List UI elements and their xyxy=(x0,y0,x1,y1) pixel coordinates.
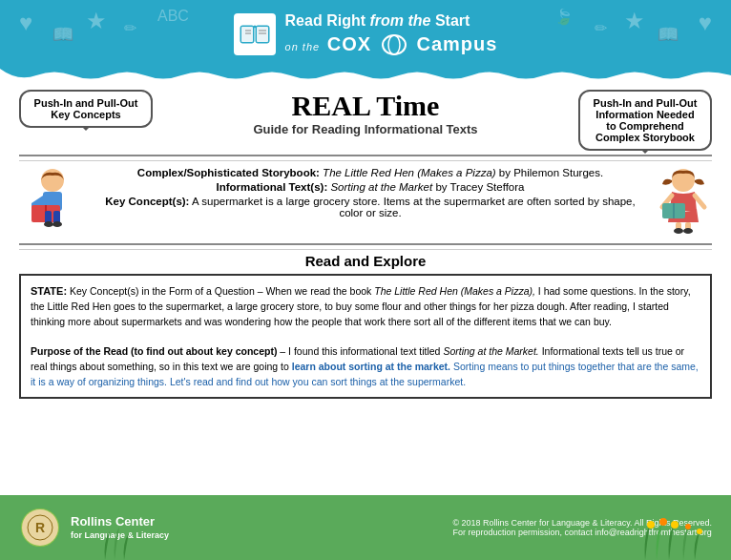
header-title-text: Read Right from the Start on the COX Cam… xyxy=(285,11,498,57)
deco-heart-icon: ♥ xyxy=(19,10,32,36)
svg-rect-3 xyxy=(257,27,268,42)
deco-pencil2-icon: ✏ xyxy=(595,19,607,37)
key-label: Key Concept(s): xyxy=(105,196,189,207)
purpose-text1: – I found this informational text titled xyxy=(277,345,443,357)
rollins-logo-icon: R xyxy=(26,513,54,542)
svg-point-9 xyxy=(388,35,400,54)
deco-abc-icon: ABC xyxy=(157,8,189,25)
deco-book2-icon: 📖 xyxy=(658,24,679,45)
svg-text:R: R xyxy=(35,520,45,535)
boy-illustration xyxy=(19,167,86,234)
callout-left: Push-In and Pull-Out Key Concepts xyxy=(19,90,153,128)
on-the-label: on the xyxy=(285,41,321,52)
footer-logo-circle: R xyxy=(19,507,61,549)
from-the-label: from the xyxy=(369,12,430,29)
footer-plants-left xyxy=(95,512,153,560)
middle-divider xyxy=(19,243,712,245)
deco-pencil-icon: ✏ xyxy=(124,19,136,37)
purpose-label: Purpose of the Read (to find out about k… xyxy=(31,345,277,357)
svg-point-33 xyxy=(697,529,702,534)
state-label: STATE: xyxy=(31,285,67,297)
svg-point-30 xyxy=(659,518,667,526)
complex-title: The Little Red Hen (Makes a Pizza) xyxy=(323,167,496,178)
page-subtitle: Guide for Reading Informational Texts xyxy=(162,122,569,136)
deco-leaf-icon: 🍃 xyxy=(554,8,574,26)
book-logo-icon xyxy=(234,13,276,55)
info-author: by Tracey Steffora xyxy=(435,181,524,193)
svg-point-25 xyxy=(674,228,683,234)
deco-star-icon: ★ xyxy=(86,8,107,34)
key-text: A supermarket is a large grocery store. … xyxy=(192,196,636,218)
header-wave xyxy=(0,69,731,82)
state-text1: Key Concept(s) in the Form of a Question… xyxy=(70,285,374,297)
top-section: Push-In and Pull-Out Key Concepts REAL T… xyxy=(19,90,712,151)
info-title: Sorting at the Market xyxy=(330,181,432,193)
svg-point-32 xyxy=(685,524,691,529)
info-text-line: Informational Text(s): Sorting at the Ma… xyxy=(94,181,647,193)
state-book: The Little Red Hen (Makes a Pizza), xyxy=(374,285,535,297)
key-concept-line: Key Concept(s): A supermarket is a large… xyxy=(94,196,647,218)
header: ♥ 📖 ★ ✏ ABC ♥ 📖 ★ ✏ 🍃 Read Right from t xyxy=(0,0,731,69)
svg-rect-2 xyxy=(241,27,253,42)
campus-label: Campus xyxy=(417,33,498,54)
book-info-text-area: Complex/Sophisticated Storybook: The Lit… xyxy=(86,167,655,221)
callout-left-text: Push-In and Pull-Out Key Concepts xyxy=(34,97,138,120)
main-content: Push-In and Pull-Out Key Concepts REAL T… xyxy=(0,82,731,408)
svg-point-29 xyxy=(647,521,655,529)
girl-reading-icon xyxy=(655,167,712,234)
svg-line-20 xyxy=(695,196,704,207)
state-box: STATE: Key Concept(s) in the Form of a Q… xyxy=(19,274,712,399)
footer: R Rollins Center for Language & Literacy… xyxy=(0,495,731,560)
callout-right: Push-In and Pull-Out Information Needed … xyxy=(578,90,712,151)
purpose-paragraph: Purpose of the Read (to find out about k… xyxy=(31,344,700,389)
info-label: Informational Text(s): xyxy=(217,181,328,193)
purpose-blue-text: learn about sorting at the market. xyxy=(292,361,450,372)
read-explore-section: Read and Explore STATE: Key Concept(s) i… xyxy=(19,253,712,399)
state-paragraph: STATE: Key Concept(s) in the Form of a Q… xyxy=(31,283,700,329)
title-area: REAL Time Guide for Reading Informationa… xyxy=(153,90,578,136)
start-label: Start xyxy=(435,12,470,29)
svg-point-8 xyxy=(383,35,406,54)
svg-point-26 xyxy=(683,228,693,234)
svg-point-17 xyxy=(52,221,62,227)
section-title: Read and Explore xyxy=(19,253,712,269)
middle-divider-2 xyxy=(19,249,712,250)
footer-plants-right xyxy=(636,508,712,560)
svg-point-16 xyxy=(44,221,53,227)
book-info-section: Complex/Sophisticated Storybook: The Lit… xyxy=(19,160,712,238)
read-right-label: Read Right xyxy=(285,12,366,29)
purpose-book: Sorting at the Market. xyxy=(443,345,538,357)
complex-label: Complex/Sophisticated Storybook: xyxy=(137,167,320,178)
deco-heart2-icon: ♥ xyxy=(699,10,712,36)
complex-book-line: Complex/Sophisticated Storybook: The Lit… xyxy=(94,167,647,178)
girl-illustration xyxy=(655,167,712,238)
top-divider xyxy=(19,155,712,156)
deco-star2-icon: ★ xyxy=(624,8,645,34)
cox-label: COX xyxy=(327,33,371,54)
complex-author: by Philemon Sturges. xyxy=(499,167,603,178)
header-logo: Read Right from the Start on the COX Cam… xyxy=(234,11,498,57)
page-title: REAL Time xyxy=(162,90,569,122)
deco-book-icon: 📖 xyxy=(52,24,73,45)
boy-reading-icon xyxy=(24,167,81,234)
footer-logo-inner: R xyxy=(22,509,58,546)
svg-point-10 xyxy=(41,169,64,192)
callout-right-text: Push-In and Pull-Out Information Needed … xyxy=(594,97,698,143)
cox-logo-icon xyxy=(381,33,407,56)
svg-point-31 xyxy=(671,521,679,529)
